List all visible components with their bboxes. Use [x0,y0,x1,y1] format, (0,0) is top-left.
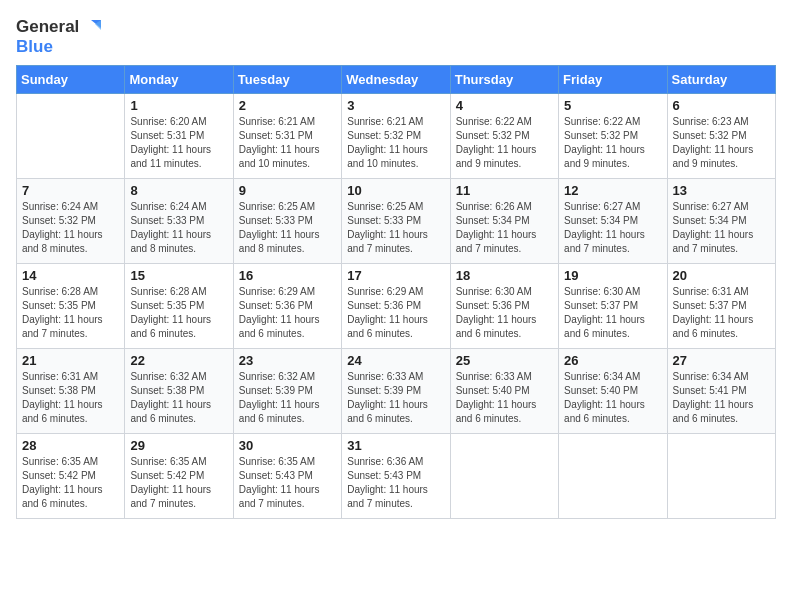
calendar-cell: 6 Sunrise: 6:23 AMSunset: 5:32 PMDayligh… [667,93,775,178]
day-info: Sunrise: 6:30 AMSunset: 5:37 PMDaylight:… [564,285,661,341]
calendar-week-5: 28 Sunrise: 6:35 AMSunset: 5:42 PMDaylig… [17,433,776,518]
logo-blue: Blue [16,38,103,57]
day-number: 21 [22,353,119,368]
day-info: Sunrise: 6:36 AMSunset: 5:43 PMDaylight:… [347,455,444,511]
calendar-cell: 7 Sunrise: 6:24 AMSunset: 5:32 PMDayligh… [17,178,125,263]
weekday-header-sunday: Sunday [17,65,125,93]
day-number: 25 [456,353,553,368]
weekday-header-thursday: Thursday [450,65,558,93]
calendar-cell: 10 Sunrise: 6:25 AMSunset: 5:33 PMDaylig… [342,178,450,263]
day-info: Sunrise: 6:35 AMSunset: 5:42 PMDaylight:… [130,455,227,511]
page-header: General Blue [16,16,776,57]
calendar-cell: 24 Sunrise: 6:33 AMSunset: 5:39 PMDaylig… [342,348,450,433]
weekday-header-friday: Friday [559,65,667,93]
day-number: 31 [347,438,444,453]
day-info: Sunrise: 6:31 AMSunset: 5:37 PMDaylight:… [673,285,770,341]
calendar-cell: 1 Sunrise: 6:20 AMSunset: 5:31 PMDayligh… [125,93,233,178]
calendar-cell: 11 Sunrise: 6:26 AMSunset: 5:34 PMDaylig… [450,178,558,263]
day-info: Sunrise: 6:27 AMSunset: 5:34 PMDaylight:… [564,200,661,256]
day-info: Sunrise: 6:32 AMSunset: 5:39 PMDaylight:… [239,370,336,426]
calendar-cell: 18 Sunrise: 6:30 AMSunset: 5:36 PMDaylig… [450,263,558,348]
logo-general: General [16,18,79,37]
weekday-header-wednesday: Wednesday [342,65,450,93]
day-info: Sunrise: 6:31 AMSunset: 5:38 PMDaylight:… [22,370,119,426]
calendar-cell: 27 Sunrise: 6:34 AMSunset: 5:41 PMDaylig… [667,348,775,433]
calendar-cell: 30 Sunrise: 6:35 AMSunset: 5:43 PMDaylig… [233,433,341,518]
calendar-cell: 12 Sunrise: 6:27 AMSunset: 5:34 PMDaylig… [559,178,667,263]
day-number: 28 [22,438,119,453]
day-info: Sunrise: 6:21 AMSunset: 5:32 PMDaylight:… [347,115,444,171]
day-info: Sunrise: 6:33 AMSunset: 5:40 PMDaylight:… [456,370,553,426]
day-info: Sunrise: 6:34 AMSunset: 5:40 PMDaylight:… [564,370,661,426]
day-info: Sunrise: 6:35 AMSunset: 5:42 PMDaylight:… [22,455,119,511]
day-info: Sunrise: 6:29 AMSunset: 5:36 PMDaylight:… [347,285,444,341]
calendar-cell [667,433,775,518]
calendar-cell: 13 Sunrise: 6:27 AMSunset: 5:34 PMDaylig… [667,178,775,263]
calendar-cell: 28 Sunrise: 6:35 AMSunset: 5:42 PMDaylig… [17,433,125,518]
day-number: 27 [673,353,770,368]
calendar-cell: 4 Sunrise: 6:22 AMSunset: 5:32 PMDayligh… [450,93,558,178]
day-number: 23 [239,353,336,368]
day-info: Sunrise: 6:22 AMSunset: 5:32 PMDaylight:… [456,115,553,171]
weekday-header-monday: Monday [125,65,233,93]
day-number: 10 [347,183,444,198]
calendar-cell: 16 Sunrise: 6:29 AMSunset: 5:36 PMDaylig… [233,263,341,348]
calendar-cell: 26 Sunrise: 6:34 AMSunset: 5:40 PMDaylig… [559,348,667,433]
day-number: 11 [456,183,553,198]
day-info: Sunrise: 6:25 AMSunset: 5:33 PMDaylight:… [239,200,336,256]
day-info: Sunrise: 6:20 AMSunset: 5:31 PMDaylight:… [130,115,227,171]
calendar-cell: 23 Sunrise: 6:32 AMSunset: 5:39 PMDaylig… [233,348,341,433]
day-info: Sunrise: 6:28 AMSunset: 5:35 PMDaylight:… [130,285,227,341]
day-number: 4 [456,98,553,113]
calendar-cell: 9 Sunrise: 6:25 AMSunset: 5:33 PMDayligh… [233,178,341,263]
day-info: Sunrise: 6:30 AMSunset: 5:36 PMDaylight:… [456,285,553,341]
day-number: 6 [673,98,770,113]
day-info: Sunrise: 6:32 AMSunset: 5:38 PMDaylight:… [130,370,227,426]
calendar-cell: 17 Sunrise: 6:29 AMSunset: 5:36 PMDaylig… [342,263,450,348]
day-number: 7 [22,183,119,198]
day-number: 2 [239,98,336,113]
day-number: 14 [22,268,119,283]
day-info: Sunrise: 6:28 AMSunset: 5:35 PMDaylight:… [22,285,119,341]
day-number: 26 [564,353,661,368]
calendar-cell: 25 Sunrise: 6:33 AMSunset: 5:40 PMDaylig… [450,348,558,433]
calendar-week-2: 7 Sunrise: 6:24 AMSunset: 5:32 PMDayligh… [17,178,776,263]
day-info: Sunrise: 6:24 AMSunset: 5:32 PMDaylight:… [22,200,119,256]
day-number: 13 [673,183,770,198]
day-number: 9 [239,183,336,198]
weekday-header-tuesday: Tuesday [233,65,341,93]
calendar-cell: 19 Sunrise: 6:30 AMSunset: 5:37 PMDaylig… [559,263,667,348]
calendar-cell: 20 Sunrise: 6:31 AMSunset: 5:37 PMDaylig… [667,263,775,348]
calendar-cell: 31 Sunrise: 6:36 AMSunset: 5:43 PMDaylig… [342,433,450,518]
calendar-cell: 29 Sunrise: 6:35 AMSunset: 5:42 PMDaylig… [125,433,233,518]
calendar-week-3: 14 Sunrise: 6:28 AMSunset: 5:35 PMDaylig… [17,263,776,348]
calendar-week-4: 21 Sunrise: 6:31 AMSunset: 5:38 PMDaylig… [17,348,776,433]
day-number: 15 [130,268,227,283]
weekday-header-row: SundayMondayTuesdayWednesdayThursdayFrid… [17,65,776,93]
day-info: Sunrise: 6:25 AMSunset: 5:33 PMDaylight:… [347,200,444,256]
day-info: Sunrise: 6:29 AMSunset: 5:36 PMDaylight:… [239,285,336,341]
day-number: 18 [456,268,553,283]
day-number: 5 [564,98,661,113]
calendar-cell [17,93,125,178]
day-info: Sunrise: 6:33 AMSunset: 5:39 PMDaylight:… [347,370,444,426]
day-number: 1 [130,98,227,113]
calendar-table: SundayMondayTuesdayWednesdayThursdayFrid… [16,65,776,519]
calendar-cell: 22 Sunrise: 6:32 AMSunset: 5:38 PMDaylig… [125,348,233,433]
logo-bird-icon [81,16,103,38]
day-number: 8 [130,183,227,198]
calendar-cell: 8 Sunrise: 6:24 AMSunset: 5:33 PMDayligh… [125,178,233,263]
calendar-cell [559,433,667,518]
day-info: Sunrise: 6:35 AMSunset: 5:43 PMDaylight:… [239,455,336,511]
calendar-cell: 3 Sunrise: 6:21 AMSunset: 5:32 PMDayligh… [342,93,450,178]
calendar-cell: 15 Sunrise: 6:28 AMSunset: 5:35 PMDaylig… [125,263,233,348]
day-number: 30 [239,438,336,453]
day-number: 16 [239,268,336,283]
day-number: 12 [564,183,661,198]
calendar-week-1: 1 Sunrise: 6:20 AMSunset: 5:31 PMDayligh… [17,93,776,178]
day-number: 20 [673,268,770,283]
day-number: 3 [347,98,444,113]
day-info: Sunrise: 6:21 AMSunset: 5:31 PMDaylight:… [239,115,336,171]
day-number: 19 [564,268,661,283]
calendar-cell [450,433,558,518]
